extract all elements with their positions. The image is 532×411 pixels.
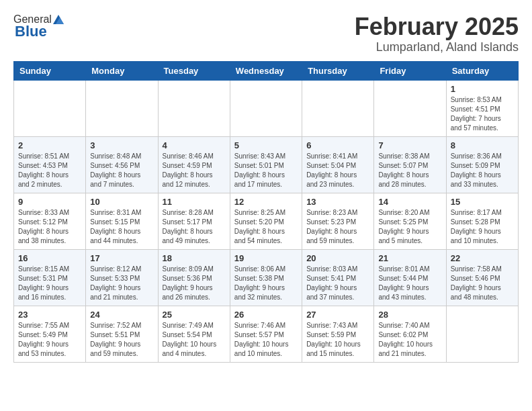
day-number: 24 (90, 310, 153, 320)
day-info: Sunrise: 7:55 AM Sunset: 5:49 PM Dayligh… (18, 321, 81, 359)
calendar-cell (374, 80, 446, 136)
column-header-wednesday: Wednesday (230, 61, 302, 80)
day-number: 8 (451, 140, 514, 150)
day-info: Sunrise: 8:15 AM Sunset: 5:31 PM Dayligh… (18, 265, 81, 302)
day-number: 2 (18, 140, 81, 150)
day-number: 4 (163, 140, 226, 150)
column-header-monday: Monday (86, 61, 158, 80)
calendar-table: SundayMondayTuesdayWednesdayThursdayFrid… (13, 61, 519, 363)
calendar-cell: 24Sunrise: 7:52 AM Sunset: 5:51 PM Dayli… (86, 306, 158, 362)
day-info: Sunrise: 8:48 AM Sunset: 4:56 PM Dayligh… (90, 152, 153, 189)
calendar-week-row: 16Sunrise: 8:15 AM Sunset: 5:31 PM Dayli… (14, 249, 519, 306)
day-info: Sunrise: 8:09 AM Sunset: 5:36 PM Dayligh… (163, 265, 226, 302)
calendar-cell: 3Sunrise: 8:48 AM Sunset: 4:56 PM Daylig… (86, 136, 158, 193)
calendar-header-row: SundayMondayTuesdayWednesdayThursdayFrid… (14, 61, 519, 80)
calendar-cell: 22Sunrise: 7:58 AM Sunset: 5:46 PM Dayli… (446, 249, 518, 306)
day-info: Sunrise: 7:49 AM Sunset: 5:54 PM Dayligh… (163, 321, 226, 359)
day-number: 6 (306, 140, 369, 150)
logo-blue-text: Blue (15, 23, 47, 40)
day-number: 1 (451, 84, 514, 94)
calendar-cell (14, 80, 86, 136)
calendar-week-row: 23Sunrise: 7:55 AM Sunset: 5:49 PM Dayli… (14, 306, 519, 362)
calendar-cell: 4Sunrise: 8:46 AM Sunset: 4:59 PM Daylig… (158, 136, 230, 193)
day-info: Sunrise: 8:28 AM Sunset: 5:17 PM Dayligh… (163, 208, 226, 246)
column-header-sunday: Sunday (14, 61, 86, 80)
day-number: 22 (451, 253, 514, 263)
calendar-week-row: 9Sunrise: 8:33 AM Sunset: 5:12 PM Daylig… (14, 193, 519, 249)
calendar-cell: 17Sunrise: 8:12 AM Sunset: 5:33 PM Dayli… (86, 249, 158, 306)
calendar-cell: 27Sunrise: 7:43 AM Sunset: 5:59 PM Dayli… (302, 306, 374, 362)
calendar-cell: 26Sunrise: 7:46 AM Sunset: 5:57 PM Dayli… (230, 306, 302, 362)
calendar-week-row: 2Sunrise: 8:51 AM Sunset: 4:53 PM Daylig… (14, 136, 519, 193)
day-info: Sunrise: 8:25 AM Sunset: 5:20 PM Dayligh… (234, 208, 298, 246)
day-info: Sunrise: 8:20 AM Sunset: 5:25 PM Dayligh… (378, 208, 441, 246)
day-number: 12 (234, 197, 298, 207)
day-info: Sunrise: 8:53 AM Sunset: 4:51 PM Dayligh… (451, 95, 514, 133)
calendar-cell: 8Sunrise: 8:36 AM Sunset: 5:09 PM Daylig… (446, 136, 518, 193)
day-info: Sunrise: 8:51 AM Sunset: 4:53 PM Dayligh… (18, 152, 81, 189)
calendar-week-row: 1Sunrise: 8:53 AM Sunset: 4:51 PM Daylig… (14, 80, 519, 136)
day-info: Sunrise: 8:31 AM Sunset: 5:15 PM Dayligh… (90, 208, 153, 246)
column-header-friday: Friday (374, 61, 446, 80)
day-number: 17 (90, 253, 153, 263)
day-info: Sunrise: 7:58 AM Sunset: 5:46 PM Dayligh… (451, 265, 514, 302)
calendar-cell: 13Sunrise: 8:23 AM Sunset: 5:23 PM Dayli… (302, 193, 374, 249)
calendar-cell (86, 80, 158, 136)
day-info: Sunrise: 7:52 AM Sunset: 5:51 PM Dayligh… (90, 321, 153, 359)
day-info: Sunrise: 8:41 AM Sunset: 5:04 PM Dayligh… (306, 152, 369, 189)
day-info: Sunrise: 8:36 AM Sunset: 5:09 PM Dayligh… (451, 152, 514, 189)
day-number: 26 (234, 310, 298, 320)
calendar-cell: 9Sunrise: 8:33 AM Sunset: 5:12 PM Daylig… (14, 193, 86, 249)
calendar-cell: 6Sunrise: 8:41 AM Sunset: 5:04 PM Daylig… (302, 136, 374, 193)
day-info: Sunrise: 8:46 AM Sunset: 4:59 PM Dayligh… (163, 152, 226, 189)
day-number: 23 (18, 310, 81, 320)
calendar-cell: 10Sunrise: 8:31 AM Sunset: 5:15 PM Dayli… (86, 193, 158, 249)
day-number: 9 (18, 197, 81, 207)
day-info: Sunrise: 8:12 AM Sunset: 5:33 PM Dayligh… (90, 265, 153, 302)
day-number: 20 (306, 253, 369, 263)
day-number: 28 (378, 310, 441, 320)
calendar-cell: 5Sunrise: 8:43 AM Sunset: 5:01 PM Daylig… (230, 136, 302, 193)
day-info: Sunrise: 7:40 AM Sunset: 6:02 PM Dayligh… (378, 321, 441, 359)
logo-icon (53, 15, 64, 24)
day-info: Sunrise: 8:01 AM Sunset: 5:44 PM Dayligh… (378, 265, 441, 302)
day-number: 5 (234, 140, 298, 150)
day-number: 19 (234, 253, 298, 263)
calendar-cell (230, 80, 302, 136)
column-header-thursday: Thursday (302, 61, 374, 80)
day-number: 14 (378, 197, 441, 207)
day-info: Sunrise: 8:38 AM Sunset: 5:07 PM Dayligh… (378, 152, 441, 189)
calendar-cell (158, 80, 230, 136)
calendar-cell (446, 306, 518, 362)
calendar-cell: 25Sunrise: 7:49 AM Sunset: 5:54 PM Dayli… (158, 306, 230, 362)
calendar-cell: 21Sunrise: 8:01 AM Sunset: 5:44 PM Dayli… (374, 249, 446, 306)
day-number: 16 (18, 253, 81, 263)
column-header-saturday: Saturday (446, 61, 518, 80)
day-number: 15 (451, 197, 514, 207)
day-info: Sunrise: 8:43 AM Sunset: 5:01 PM Dayligh… (234, 152, 298, 189)
day-info: Sunrise: 7:43 AM Sunset: 5:59 PM Dayligh… (306, 321, 369, 359)
calendar-cell: 7Sunrise: 8:38 AM Sunset: 5:07 PM Daylig… (374, 136, 446, 193)
day-number: 3 (90, 140, 153, 150)
calendar-cell: 20Sunrise: 8:03 AM Sunset: 5:41 PM Dayli… (302, 249, 374, 306)
calendar-cell: 12Sunrise: 8:25 AM Sunset: 5:20 PM Dayli… (230, 193, 302, 249)
day-info: Sunrise: 8:17 AM Sunset: 5:28 PM Dayligh… (451, 208, 514, 246)
day-number: 13 (306, 197, 369, 207)
column-header-tuesday: Tuesday (158, 61, 230, 80)
day-info: Sunrise: 8:06 AM Sunset: 5:38 PM Dayligh… (234, 265, 298, 302)
calendar-cell: 11Sunrise: 8:28 AM Sunset: 5:17 PM Dayli… (158, 193, 230, 249)
day-number: 11 (163, 197, 226, 207)
logo: General Blue (13, 13, 64, 40)
day-info: Sunrise: 8:03 AM Sunset: 5:41 PM Dayligh… (306, 265, 369, 302)
month-title: February 2025 (355, 13, 519, 40)
day-number: 7 (378, 140, 441, 150)
day-number: 18 (163, 253, 226, 263)
calendar-cell: 19Sunrise: 8:06 AM Sunset: 5:38 PM Dayli… (230, 249, 302, 306)
day-number: 21 (378, 253, 441, 263)
day-info: Sunrise: 8:33 AM Sunset: 5:12 PM Dayligh… (18, 208, 81, 246)
calendar-cell (302, 80, 374, 136)
title-area: February 2025 Lumparland, Aland Islands (355, 13, 519, 54)
page-header: General Blue February 2025 Lumparland, A… (13, 13, 519, 54)
day-number: 27 (306, 310, 369, 320)
calendar-cell: 23Sunrise: 7:55 AM Sunset: 5:49 PM Dayli… (14, 306, 86, 362)
